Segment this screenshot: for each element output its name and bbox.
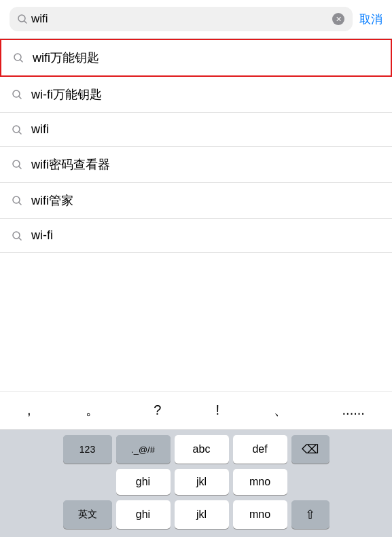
suggestion-item[interactable]: wi-fi万能钥匙 [0,77,392,113]
svg-line-3 [20,60,22,62]
suggestion-item[interactable]: wifi管家 [0,183,392,219]
suggestion-search-icon-1 [14,53,26,63]
keyboard-row-1: 123 ._@/# abc def ⌫ [3,435,389,464]
cancel-button[interactable]: 取消 [359,9,382,30]
suggestion-item[interactable]: wifi密码查看器 [0,147,392,183]
suggestion-text-1: wifi万能钥匙 [33,50,99,66]
suggestion-text-2: wi-fi万能钥匙 [31,86,102,103]
key-ghi[interactable]: ghi [116,469,171,495]
key-period[interactable]: 。 [76,398,109,422]
keyboard-row-3: 英文 ghi jkl mno ⇧ [3,500,389,529]
svg-line-13 [19,238,21,240]
suggestions-list: wifi万能钥匙 wi-fi万能钥匙 wifi wifi密码查看器 [0,39,392,253]
key-jkl-2[interactable]: jkl [175,500,229,529]
search-input[interactable] [31,12,328,26]
search-input-wrapper: ✕ [10,7,353,31]
key-123[interactable]: 123 [63,435,112,464]
shift-key[interactable]: ⇧ [291,500,329,529]
key-pause[interactable]: 、 [264,398,297,422]
keyboard-special-row: , 。 ? ! 、 ...... [0,391,392,430]
key-mno[interactable]: mno [233,469,287,495]
suggestion-search-icon-3 [12,125,24,135]
key-symbols[interactable]: ._@/# [116,435,171,464]
suggestion-search-icon-4 [12,160,24,169]
key-mno-2[interactable]: mno [233,500,287,529]
suggestion-text-5: wifi管家 [31,192,73,209]
suggestion-text-6: wi-fi [31,228,53,243]
keyboard: , 。 ? ! 、 ...... 123 ._@/# abc def ⌫ ghi… [0,391,392,537]
key-ghi-2[interactable]: ghi [116,500,171,529]
clear-button[interactable]: ✕ [332,13,344,25]
backspace-key[interactable]: ⌫ [291,435,329,464]
suggestion-search-icon-2 [12,90,24,99]
suggestion-item[interactable]: wifi [0,113,392,147]
key-def[interactable]: def [233,435,287,464]
svg-line-9 [19,167,21,169]
key-jkl[interactable]: jkl [175,469,229,495]
search-bar: ✕ 取消 [0,0,392,39]
suggestion-search-icon-5 [12,196,24,205]
search-icon [18,14,27,24]
svg-line-5 [19,97,21,99]
key-abc[interactable]: abc [175,435,229,464]
suggestion-item[interactable]: wi-fi [0,219,392,253]
keyboard-main: 123 ._@/# abc def ⌫ ghi jkl mno 英文 ghi j… [0,430,392,537]
svg-line-11 [19,203,21,205]
keyboard-row-2: ghi jkl mno [3,469,389,495]
key-ellipsis[interactable]: ...... [333,400,374,421]
suggestion-item[interactable]: wifi万能钥匙 [0,39,392,77]
suggestion-text-4: wifi密码查看器 [31,156,110,173]
svg-line-7 [19,132,21,134]
key-question[interactable]: ? [144,400,171,421]
suggestion-search-icon-6 [12,231,24,241]
key-english[interactable]: 英文 [63,500,112,529]
svg-line-1 [24,21,26,23]
suggestion-text-3: wifi [31,122,49,137]
key-comma[interactable]: , [18,400,41,421]
key-exclamation[interactable]: ! [207,400,230,421]
